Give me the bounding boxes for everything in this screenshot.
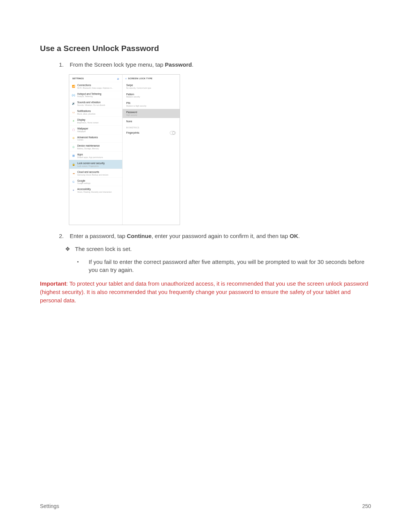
settings-item-icon: 📶 <box>72 85 75 88</box>
settings-item-icon: (o) <box>72 93 75 97</box>
settings-item: 📶ConnectionsWi-Fi, Bluetooth, Data usage… <box>69 82 122 91</box>
settings-item: ⚙Advanced featuresGames <box>69 134 122 143</box>
settings-header: SETTINGS ⌕ <box>69 75 122 82</box>
settings-item-icon: 🔊 <box>72 102 75 105</box>
footer-page-number: 250 <box>362 503 371 509</box>
settings-item-icon: 🔒 <box>72 163 75 166</box>
settings-item-icon: ✦ <box>72 189 75 192</box>
settings-item: ◎Device maintenanceBattery, Storage, Mem… <box>69 142 122 151</box>
settings-item: 🔊Sounds and vibrationSounds, Vibration, … <box>69 99 122 108</box>
lock-type-option: SwipeNo security. Current lock type <box>123 82 180 91</box>
toggle-icon <box>170 131 176 135</box>
biometrics-section: BIOMETRICS <box>123 125 180 129</box>
fingerprints-row: Fingerprints <box>123 129 180 136</box>
step-2: 2. Enter a password, tap Continue, enter… <box>40 232 371 240</box>
settings-item: (o)Hotspot and TetheringHotspot, Tetheri… <box>69 91 122 99</box>
lock-type-option: PINMedium to high security <box>123 100 180 109</box>
step-1: 1. From the Screen lock type menu, tap P… <box>40 61 371 69</box>
settings-item: ☀DisplayBrightness, Home screen <box>69 117 122 125</box>
settings-item: ▭NotificationsBlock, allow, prioritize <box>69 108 122 117</box>
settings-item-icon: ▢ <box>72 128 75 132</box>
settings-item: ▢WallpaperWallpaper <box>69 125 122 134</box>
screen-lock-type-header: ‹ SCREEN LOCK TYPE <box>123 75 180 82</box>
search-icon: ⌕ <box>117 77 119 80</box>
sub-bullet-warning: If you fail to enter the correct passwor… <box>40 258 371 275</box>
lock-type-option: PasswordHigh security <box>123 109 180 118</box>
settings-item-icon: ☀ <box>72 119 75 123</box>
settings-item-icon: ☁ <box>72 171 75 175</box>
settings-item: ✦AccessibilityVision, Hearing, Dexterity… <box>69 186 122 195</box>
settings-screenshot: SETTINGS ⌕ 📶ConnectionsWi-Fi, Bluetooth,… <box>69 74 180 225</box>
settings-item: 🔒Lock screen and securityLock screen, Fi… <box>69 160 122 169</box>
important-note: Important: To protect your tablet and da… <box>40 280 371 304</box>
settings-item: ▦AppsDefault apps, App permissions <box>69 151 122 160</box>
settings-item-icon: ▦ <box>72 154 75 158</box>
settings-item-icon: G <box>72 180 75 184</box>
settings-item: ☁Cloud and accountsSamsung Cloud, Backup… <box>69 169 122 177</box>
back-icon: ‹ <box>126 77 127 80</box>
sub-bullet-result: The screen lock is set. <box>40 246 371 252</box>
settings-item-icon: ▭ <box>72 110 75 114</box>
footer-section: Settings <box>40 503 59 509</box>
lock-type-option: None <box>123 118 180 125</box>
settings-item: GGoogleGoogle settings <box>69 177 122 186</box>
lock-type-option: PatternMedium security <box>123 91 180 100</box>
settings-item-icon: ⚙ <box>72 136 75 140</box>
settings-item-icon: ◎ <box>72 145 75 149</box>
page-title: Use a Screen Unlock Password <box>40 44 371 53</box>
